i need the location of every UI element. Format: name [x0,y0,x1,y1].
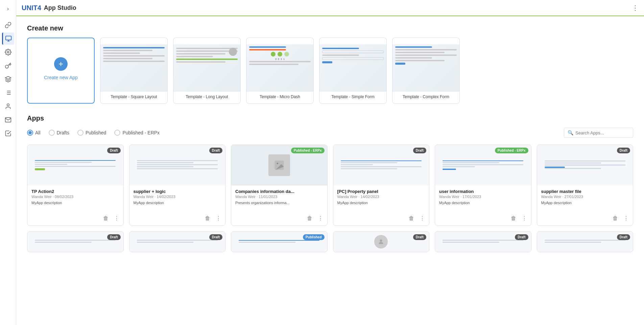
template-card-simple[interactable]: Template - Simple Form [319,38,387,104]
app-card-preview: Published - ERPx [231,145,327,186]
filter-all[interactable]: All [27,130,41,136]
badge-draft: Draft [515,234,528,240]
sidebar-toggle-button[interactable]: › [2,3,14,15]
app-card-preview: Draft [435,232,531,252]
more-options-button[interactable]: ⋮ [418,214,426,223]
app-card-row2-1[interactable]: Draft [27,231,124,252]
app-card-row2-2[interactable]: Draft [129,231,226,252]
more-options-button[interactable]: ⋮ [316,214,325,223]
app-card-preview: Draft [537,232,633,252]
create-new-app-card[interactable]: + Create new App [27,38,95,104]
app-card-supplier-master[interactable]: Draft supplier master file Wanda Weir · … [537,145,634,226]
badge-draft: Draft [617,234,630,240]
filter-all-radio[interactable] [27,130,33,136]
delete-button[interactable]: 🗑 [102,214,110,223]
app-card-body: Companies information da... Wanda Weir ·… [231,186,327,212]
delete-button[interactable]: 🗑 [306,214,314,223]
sidebar-item-key[interactable] [2,60,14,72]
filter-published-radio[interactable] [77,130,84,136]
delete-button[interactable]: 🗑 [611,214,619,223]
app-card-companies-info[interactable]: Published - ERPx Companies information d… [231,145,328,226]
badge-draft: Draft [107,148,120,153]
sidebar-item-layers[interactable] [2,73,14,85]
template-card-complex[interactable]: Template - Complex Form [392,38,460,104]
svg-point-3 [7,51,9,53]
app-card-row2-6[interactable]: Draft [537,231,634,252]
app-card-body: user information Wanda Weir · 17/01/2023… [435,186,531,212]
app-card-body: [PC] Property panel Wanda Weir · 14/02/2… [333,186,429,212]
sidebar-item-check[interactable] [2,127,14,139]
delete-button[interactable]: 🗑 [204,214,212,223]
app-desc: MyApp description [337,201,425,206]
app-card-footer: 🗑 ⋮ [333,212,429,225]
app-name: App Studio [44,4,76,12]
filter-drafts-label: Drafts [57,130,69,135]
sidebar-item-settings[interactable] [2,46,14,58]
app-title: Companies information da... [235,189,323,194]
create-new-title: Create new [27,24,633,32]
app-card-body: TP Action2 Wanda Weir · 08/02/2023 MyApp… [27,186,123,212]
app-card-preview: Draft [27,145,123,186]
sidebar-item-list[interactable] [2,87,14,99]
app-card-row2-3[interactable]: Published [231,231,328,252]
sidebar-item-person[interactable] [2,100,14,112]
badge-draft: Draft [107,234,120,240]
topbar: UNIT4 App Studio ⋮ [16,0,644,16]
filter-published-erpx[interactable]: Published - ERPx [114,130,160,136]
more-options-button[interactable]: ⋮ [520,214,528,223]
app-title: TP Action2 [31,189,119,194]
app-desc: Presents organizations informa... [235,201,323,206]
template-card-micro[interactable]: 0631 Template - Micro Dash [246,38,314,104]
sidebar-item-link[interactable] [2,19,14,31]
more-options-button[interactable]: ⋮ [632,4,639,12]
badge-published: Published [303,234,325,240]
sidebar-item-monitor[interactable] [2,32,14,45]
badge-draft: Draft [413,148,426,153]
app-card-preview: Published - ERPx [435,145,531,186]
template-complex-label: Template - Complex Form [400,94,452,99]
app-card-tp-action2[interactable]: Draft TP Action2 Wanda Weir · 08/02/2023… [27,145,124,226]
app-card-row2-5[interactable]: Draft [435,231,531,252]
app-meta: Wanda Weir · 14/02/2023 [337,195,425,199]
filter-published[interactable]: Published [77,130,106,136]
search-input[interactable] [575,130,629,135]
template-card-long[interactable]: Template - Long Layout [173,38,241,104]
app-meta: Wanda Weir · 14/02/2023 [134,195,221,199]
app-card-supplier-logic[interactable]: Draft supplier + logic Wanda Weir · 14/0… [129,145,226,226]
svg-marker-4 [5,77,11,79]
content-area: Create new + Create new App [16,16,644,325]
app-card-footer: 🗑 ⋮ [129,212,225,225]
sidebar: › [0,0,16,325]
more-options-button[interactable]: ⋮ [622,214,630,223]
app-card-row2-4[interactable]: Draft [333,231,430,252]
delete-button[interactable]: 🗑 [407,214,415,223]
template-square-label: Template - Square Layout [108,94,160,99]
app-card-body: supplier master file Wanda Weir · 27/01/… [537,186,633,212]
app-desc: MyApp description [541,201,629,206]
templates-grid: + Create new App [27,38,633,104]
app-card-user-info[interactable]: Published - ERPx user information Wanda … [435,145,531,226]
main-area: UNIT4 App Studio ⋮ Create new + Create n… [16,0,644,325]
delete-button[interactable]: 🗑 [509,214,518,223]
app-card-footer: 🗑 ⋮ [231,212,327,225]
search-icon: 🔍 [568,130,573,135]
create-new-plus-icon: + [54,57,68,71]
sidebar-item-mail[interactable] [2,114,14,126]
more-options-button[interactable]: ⋮ [113,214,121,223]
filter-published-erpx-label: Published - ERPx [122,130,160,135]
badge-draft: Draft [209,148,222,153]
filter-drafts[interactable]: Drafts [49,130,69,136]
app-card-footer: 🗑 ⋮ [435,212,531,225]
app-meta: Wanda Weir · 17/01/2023 [439,195,527,199]
filter-all-label: All [35,130,41,135]
app-card-preview: Draft [333,145,429,186]
app-card-property-panel[interactable]: Draft [PC] Property panel Wanda Weir · 1… [333,145,430,226]
more-options-button[interactable]: ⋮ [214,214,222,223]
app-title: supplier + logic [134,189,221,194]
filter-drafts-radio[interactable] [49,130,55,136]
svg-point-13 [277,163,278,165]
search-box[interactable]: 🔍 [564,128,633,138]
template-simple-label: Template - Simple Form [329,94,377,99]
template-card-square[interactable]: Template - Square Layout [100,38,168,104]
filter-published-erpx-radio[interactable] [114,130,120,136]
